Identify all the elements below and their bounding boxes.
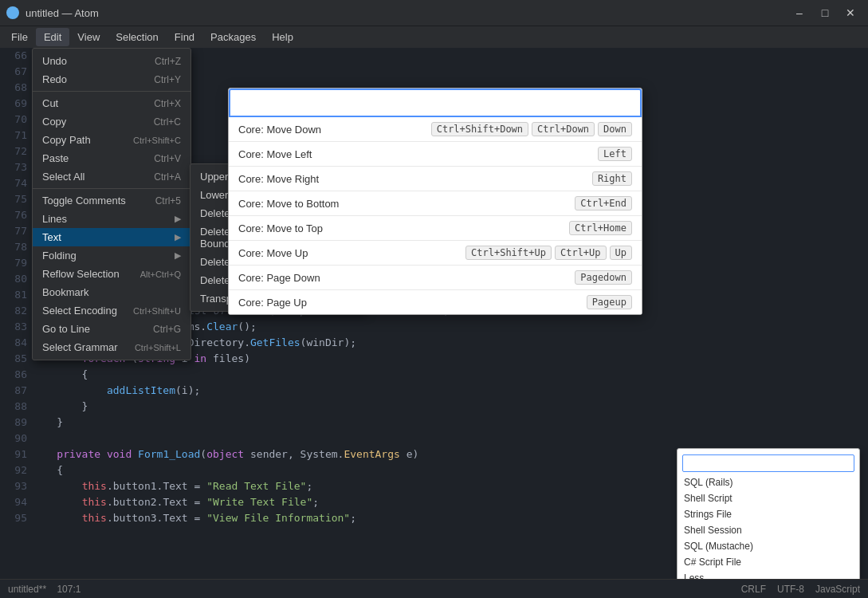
menu-lines[interactable]: Lines▶ [33, 210, 190, 228]
status-filename: untitled* [8, 584, 42, 595]
menu-undo[interactable]: UndoCtrl+Z [33, 52, 190, 70]
window-title: untitled — Atom [26, 7, 788, 19]
separator-2 [33, 188, 190, 189]
menu-find[interactable]: Find [167, 28, 202, 46]
cmd-row-move-right[interactable]: Core: Move Right Right [229, 167, 642, 191]
status-line-ending[interactable]: CRLF [741, 584, 766, 595]
mini-grammar-panel: SQL (Rails) Shell Script Strings File Sh… [677, 448, 860, 590]
menu-file[interactable]: File [3, 28, 36, 46]
menu-help[interactable]: Help [264, 28, 301, 46]
menu-copy[interactable]: CopyCtrl+C [33, 112, 190, 131]
menu-copy-path[interactable]: Copy PathCtrl+Shift+C [33, 131, 190, 149]
status-right: CRLF UTF-8 JavaScript [741, 584, 860, 595]
menu-go-to-line[interactable]: Go to LineCtrl+G [33, 320, 190, 338]
menu-reflow[interactable]: Reflow SelectionAlt+Ctrl+Q [33, 265, 190, 283]
cmd-row-move-down[interactable]: Core: Move Down Ctrl+Shift+Down Ctrl+Dow… [229, 117, 642, 142]
menu-bar: File Edit View Selection Find Packages H… [0, 26, 868, 48]
menu-bookmark[interactable]: Bookmark [33, 283, 190, 301]
menu-folding[interactable]: Folding▶ [33, 246, 190, 265]
menu-packages[interactable]: Packages [202, 28, 264, 46]
separator-1 [33, 91, 190, 92]
menu-edit[interactable]: Edit [36, 28, 69, 46]
mini-item-sql-mustache[interactable]: SQL (Mustache) [678, 538, 859, 554]
status-encoding[interactable]: UTF-8 [777, 584, 804, 595]
menu-redo[interactable]: RedoCtrl+Y [33, 70, 190, 89]
menu-text[interactable]: Text▶ [33, 228, 190, 246]
close-button[interactable]: ✕ [839, 4, 862, 22]
command-palette: Core: Move Down Ctrl+Shift+Down Ctrl+Dow… [228, 88, 642, 315]
mini-item-shell-script[interactable]: Shell Script [678, 490, 859, 506]
edit-menu: UndoCtrl+Z RedoCtrl+Y CutCtrl+X CopyCtrl… [32, 48, 191, 360]
status-position: 107:1 [57, 584, 81, 595]
menu-select-grammar[interactable]: Select GrammarCtrl+Shift+L [33, 338, 190, 356]
cmd-row-page-up[interactable]: Core: Page Up Pageup [229, 290, 642, 314]
mini-item-sql-rails[interactable]: SQL (Rails) [678, 474, 859, 490]
command-search-input[interactable] [229, 89, 642, 117]
atom-icon [6, 6, 19, 19]
menu-select-all[interactable]: Select AllCtrl+A [33, 167, 190, 186]
editor-area: 6667686970 7172737475 7677787980 8182838… [0, 48, 868, 598]
menu-toggle-comments[interactable]: Toggle CommentsCtrl+5 [33, 191, 190, 210]
cmd-row-move-top[interactable]: Core: Move to Top Ctrl+Home [229, 216, 642, 241]
status-file: untitled** 107:1 [8, 584, 741, 595]
maximize-button[interactable]: □ [814, 4, 836, 22]
mini-item-strings-file[interactable]: Strings File [678, 506, 859, 522]
mini-item-csharp-script[interactable]: C# Script File [678, 554, 859, 570]
minimize-button[interactable]: – [788, 4, 811, 22]
cmd-row-move-bottom[interactable]: Core: Move to Bottom Ctrl+End [229, 191, 642, 216]
cmd-row-page-down[interactable]: Core: Page Down Pagedown [229, 266, 642, 290]
title-bar: untitled — Atom – □ ✕ [0, 0, 868, 26]
line-numbers: 6667686970 7172737475 7677787980 8182838… [0, 48, 32, 526]
mini-search-input[interactable] [682, 454, 854, 472]
status-bar: untitled** 107:1 CRLF UTF-8 JavaScript [0, 579, 868, 598]
menu-view[interactable]: View [69, 28, 108, 46]
mini-item-shell-session[interactable]: Shell Session [678, 522, 859, 538]
menu-select-encoding[interactable]: Select EncodingCtrl+Shift+U [33, 301, 190, 320]
cmd-row-move-left[interactable]: Core: Move Left Left [229, 142, 642, 167]
menu-paste[interactable]: PasteCtrl+V [33, 149, 190, 167]
cmd-row-move-up[interactable]: Core: Move Up Ctrl+Shift+Up Ctrl+Up Up [229, 241, 642, 266]
menu-cut[interactable]: CutCtrl+X [33, 94, 190, 112]
window-controls: – □ ✕ [788, 4, 862, 22]
menu-selection[interactable]: Selection [108, 28, 166, 46]
status-grammar[interactable]: JavaScript [815, 584, 860, 595]
